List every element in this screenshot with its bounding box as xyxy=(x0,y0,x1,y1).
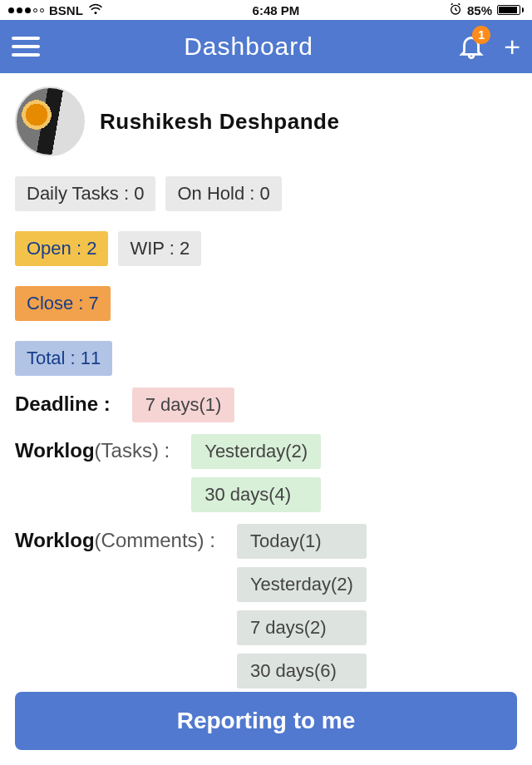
worklog-comments-label-main: Worklog xyxy=(15,529,95,551)
worklog-comments-today[interactable]: Today(1) xyxy=(237,524,367,559)
status-bar: BSNL 6:48 PM 85% xyxy=(0,0,532,20)
battery-icon xyxy=(497,5,524,15)
worklog-comments-label: Worklog(Comments) : xyxy=(15,524,215,552)
worklog-tasks-label-main: Worklog xyxy=(15,439,95,461)
avatar[interactable] xyxy=(15,86,85,156)
chip-open[interactable]: Open : 2 xyxy=(15,231,108,266)
worklog-comments-7days[interactable]: 7 days(2) xyxy=(237,610,367,645)
notification-badge: 1 xyxy=(472,26,490,44)
carrier-label: BSNL xyxy=(49,3,83,17)
add-button[interactable]: + xyxy=(504,32,520,61)
alarm-icon xyxy=(449,2,462,18)
svg-point-0 xyxy=(94,12,96,14)
worklog-comments-yesterday[interactable]: Yesterday(2) xyxy=(237,567,367,602)
chip-total[interactable]: Total : 11 xyxy=(15,341,112,376)
status-right: 85% xyxy=(449,2,524,18)
status-time: 6:48 PM xyxy=(253,3,300,17)
notifications-button[interactable]: 1 xyxy=(457,31,485,62)
worklog-comments-30days[interactable]: 30 days(6) xyxy=(237,654,367,688)
worklog-tasks-label: Worklog(Tasks) : xyxy=(15,434,170,462)
reporting-to-me-button[interactable]: Reporting to me xyxy=(15,692,517,750)
deadline-row: Deadline : 7 days(1) xyxy=(15,387,517,422)
menu-icon[interactable] xyxy=(12,37,40,57)
chip-on-hold[interactable]: On Hold : 0 xyxy=(165,176,281,211)
profile-header: Rushikesh Deshpande xyxy=(15,86,517,156)
worklog-comments-label-sub: (Comments) : xyxy=(95,529,215,551)
signal-dots-icon xyxy=(8,7,44,13)
user-name: Rushikesh Deshpande xyxy=(100,109,339,135)
wifi-icon xyxy=(88,3,103,17)
bell-icon xyxy=(457,47,485,62)
battery-pct: 85% xyxy=(467,3,492,17)
app-bar: Dashboard 1 + xyxy=(0,20,532,73)
worklog-comments-row: Worklog(Comments) : Today(1) Yesterday(2… xyxy=(15,524,517,688)
deadline-label: Deadline : xyxy=(15,387,111,416)
chip-close[interactable]: Close : 7 xyxy=(15,286,111,321)
reporting-to-me-label: Reporting to me xyxy=(177,708,356,734)
status-left: BSNL xyxy=(8,3,103,17)
worklog-tasks-yesterday[interactable]: Yesterday(2) xyxy=(191,434,321,469)
page-title: Dashboard xyxy=(184,32,313,61)
worklog-tasks-label-sub: (Tasks) : xyxy=(95,439,170,461)
status-counters: Daily Tasks : 0 On Hold : 0 Open : 2 WIP… xyxy=(15,176,517,376)
chip-wip[interactable]: WIP : 2 xyxy=(118,231,201,266)
deadline-7days[interactable]: 7 days(1) xyxy=(132,387,235,422)
content: Rushikesh Deshpande Daily Tasks : 0 On H… xyxy=(0,73,532,688)
worklog-tasks-30days[interactable]: 30 days(4) xyxy=(191,477,321,512)
worklog-tasks-row: Worklog(Tasks) : Yesterday(2) 30 days(4) xyxy=(15,434,517,512)
chip-daily-tasks[interactable]: Daily Tasks : 0 xyxy=(15,176,155,211)
